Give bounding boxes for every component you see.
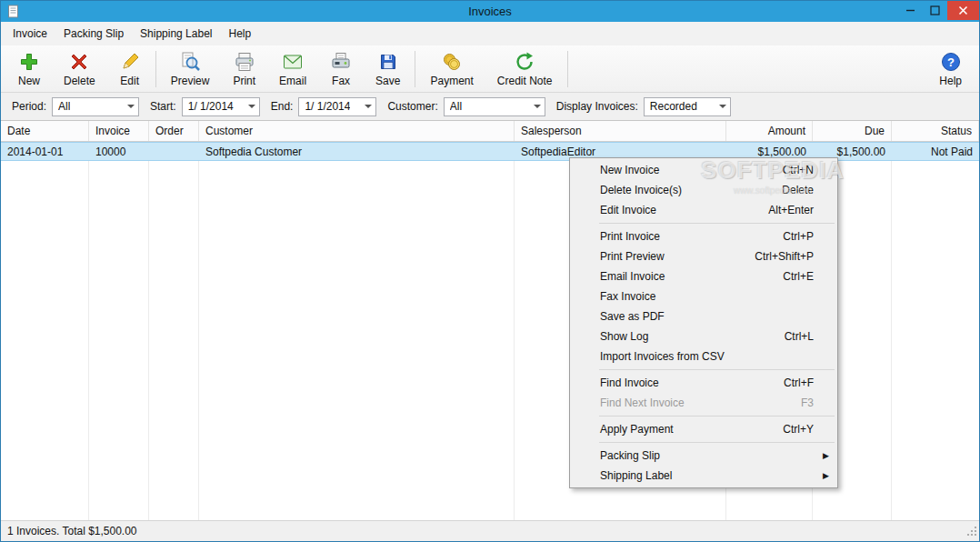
menu-separator [599, 416, 835, 417]
filter-bar: Period: All Start: 1/ 1/2014 End: 1/ 1/2… [1, 93, 979, 121]
toolbar-credit-note-button[interactable]: Credit Note [485, 47, 565, 91]
end-label: End: [271, 100, 294, 113]
menu-item-label: Delete Invoice(s) [600, 184, 767, 196]
toolbar-payment-button[interactable]: Payment [418, 47, 485, 91]
menu-item-delete-invoices[interactable]: Delete Invoice(s) Delete [570, 180, 837, 200]
menu-separator [599, 442, 835, 443]
menu-item-label: Find Next Invoice [600, 396, 786, 409]
display-invoices-select[interactable]: Recorded [644, 97, 731, 116]
menu-item-shortcut: Ctrl+Y [783, 423, 814, 436]
close-button[interactable] [947, 1, 979, 20]
menubar-item-shipping-label[interactable]: Shipping Label [132, 24, 220, 44]
end-date-value: 1/ 1/2014 [305, 100, 350, 113]
menu-item-save-as-pdf[interactable]: Save as PDF [570, 306, 837, 326]
start-label: Start: [150, 100, 176, 113]
grid-column-line [89, 161, 149, 520]
menu-item-shipping-label[interactable]: Shipping Label ▶ [570, 466, 837, 486]
menu-item-label: Packing Slip [600, 449, 830, 462]
menu-item-shortcut: Ctrl+N [783, 164, 814, 176]
help-question-icon: ? [940, 51, 962, 73]
chevron-down-icon [124, 98, 138, 115]
toolbar-button-label: Save [375, 75, 400, 87]
customer-value: All [450, 100, 462, 113]
edit-pencil-icon [119, 51, 141, 73]
period-select[interactable]: All [52, 97, 139, 116]
submenu-arrow-icon: ▶ [823, 451, 829, 460]
menubar-item-invoice[interactable]: Invoice [5, 24, 55, 44]
toolbar-new-button[interactable]: New [6, 47, 52, 91]
maximize-button[interactable] [923, 1, 947, 20]
toolbar-button-label: Edit [120, 75, 139, 87]
minimize-button[interactable] [898, 1, 923, 20]
column-header-invoice[interactable]: Invoice [89, 121, 149, 141]
toolbar-save-button[interactable]: Save [364, 47, 412, 91]
toolbar-button-label: Print [233, 75, 255, 87]
invoices-window: Invoices Invoice Packing Slip Shipping L… [0, 0, 980, 542]
menu-item-label: Shipping Label [600, 469, 830, 482]
cell-date: 2014-01-01 [1, 143, 89, 160]
period-label: Period: [12, 100, 46, 113]
menu-item-print-preview[interactable]: Print Preview Ctrl+Shift+P [570, 246, 837, 266]
menu-item-fax-invoice[interactable]: Fax Invoice [570, 286, 837, 306]
toolbar-button-label: Help [939, 75, 962, 87]
cell-order [149, 143, 199, 160]
menu-item-label: Save as PDF [600, 310, 799, 323]
status-bar-text: 1 Invoices. Total $1,500.00 [7, 525, 137, 537]
toolbar-fax-button[interactable]: Fax [318, 47, 364, 91]
column-header-date[interactable]: Date [1, 121, 89, 141]
menu-item-label: Print Preview [600, 250, 740, 263]
fax-machine-icon [330, 51, 352, 73]
menu-item-shortcut: Ctrl+P [783, 230, 814, 243]
new-plus-icon [18, 51, 40, 73]
menu-item-find-next-invoice: Find Next Invoice F3 [570, 393, 837, 413]
credit-note-arrow-icon [514, 51, 535, 73]
delete-x-icon [68, 51, 90, 73]
menu-item-label: Edit Invoice [600, 204, 754, 216]
column-header-salesperson[interactable]: Salesperson [515, 121, 726, 141]
menu-item-shortcut: Ctrl+F [784, 376, 814, 389]
menu-item-apply-payment[interactable]: Apply Payment Ctrl+Y [570, 419, 837, 439]
menu-item-label: Import Invoices from CSV [600, 350, 799, 363]
start-date-input[interactable]: 1/ 1/2014 [182, 97, 260, 116]
customer-select[interactable]: All [444, 97, 545, 116]
period-value: All [58, 100, 70, 113]
toolbar-button-label: New [18, 75, 40, 87]
toolbar-button-label: Preview [171, 75, 210, 87]
column-header-due[interactable]: Due [813, 121, 892, 141]
toolbar-print-button[interactable]: Print [221, 47, 267, 91]
toolbar-help-button[interactable]: ? Help [927, 47, 974, 91]
menu-item-label: Apply Payment [600, 423, 768, 436]
menubar-item-help[interactable]: Help [220, 24, 259, 44]
resize-grip[interactable] [965, 525, 977, 539]
menu-item-label: New Invoice [600, 164, 768, 176]
column-header-customer[interactable]: Customer [199, 121, 515, 141]
end-date-input[interactable]: 1/ 1/2014 [298, 97, 376, 116]
toolbar-preview-button[interactable]: Preview [159, 47, 222, 91]
toolbar-email-button[interactable]: Email [267, 47, 318, 91]
payment-coins-icon [441, 51, 463, 73]
menu-item-shortcut: Ctrl+Shift+P [755, 250, 814, 263]
column-header-amount[interactable]: Amount [726, 121, 813, 141]
column-header-order[interactable]: Order [149, 121, 199, 141]
toolbar-edit-button[interactable]: Edit [107, 47, 153, 91]
menu-item-print-invoice[interactable]: Print Invoice Ctrl+P [570, 226, 837, 246]
grid-column-line [892, 161, 979, 520]
cell-customer: Softpedia Customer [199, 143, 515, 160]
menu-item-new-invoice[interactable]: New Invoice Ctrl+N [570, 160, 837, 180]
submenu-arrow-icon: ▶ [823, 471, 829, 480]
window-title: Invoices [1, 5, 979, 18]
toolbar-delete-button[interactable]: Delete [52, 47, 107, 91]
menu-item-find-invoice[interactable]: Find Invoice Ctrl+F [570, 373, 837, 393]
menu-item-import-invoices-csv[interactable]: Import Invoices from CSV [570, 346, 837, 366]
svg-text:?: ? [947, 55, 955, 68]
chevron-down-icon [245, 98, 259, 115]
menu-item-edit-invoice[interactable]: Edit Invoice Alt+Enter [570, 200, 837, 220]
menu-item-email-invoice[interactable]: Email Invoice Ctrl+E [570, 266, 837, 286]
menubar-item-packing-slip[interactable]: Packing Slip [55, 24, 132, 44]
column-header-status[interactable]: Status [892, 121, 979, 141]
printer-icon [234, 51, 255, 73]
menu-item-packing-slip[interactable]: Packing Slip ▶ [570, 446, 837, 466]
menu-item-shortcut: Alt+Enter [768, 204, 814, 216]
menu-item-show-log[interactable]: Show Log Ctrl+L [570, 326, 837, 346]
menu-item-shortcut: Ctrl+E [783, 270, 814, 283]
